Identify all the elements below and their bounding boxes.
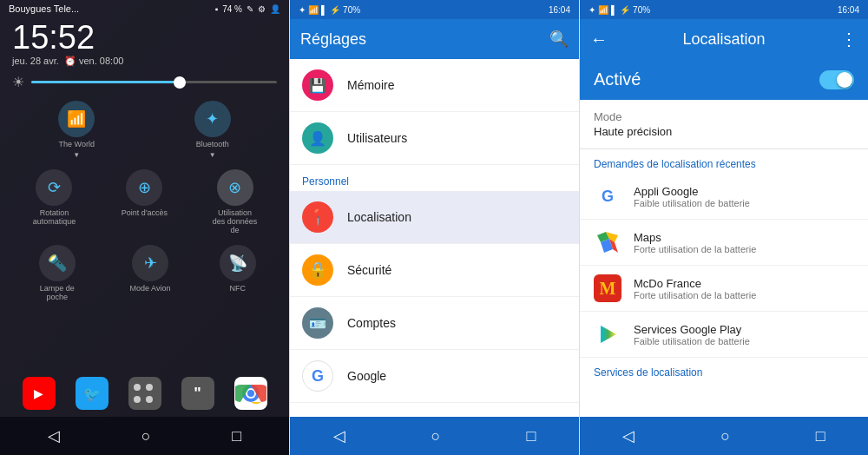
home-button[interactable]: ○ <box>431 427 441 445</box>
location-toolbar: ← Localisation ⋮ <box>580 19 868 59</box>
google-label: Google <box>347 369 386 383</box>
mcdo-app-name: McDo France <box>634 277 756 290</box>
maps-app-sub: Forte utilisation de la batterie <box>634 244 756 254</box>
airplane-toggle[interactable]: ✈ Mode Avion <box>130 245 171 301</box>
settings-item-users[interactable]: 👤 Utilisateurs <box>290 112 579 165</box>
hotspot-toggle[interactable]: ⊕ Point d'accès <box>122 169 168 234</box>
loc-charging-icon: ⚡ <box>620 5 630 15</box>
edit-icon: ✎ <box>247 4 253 14</box>
google-app-info: Appli Google Faible utilisation de batte… <box>634 185 750 208</box>
maps-app-name: Maps <box>634 231 756 244</box>
rotation-toggle[interactable]: ⟳ Rotation automatique <box>30 169 78 234</box>
search-icon[interactable]: 🔍 <box>549 30 569 49</box>
hotspot-icon: ⊕ <box>126 169 162 206</box>
settings-item-accounts[interactable]: 🪪 Comptes <box>290 297 579 350</box>
status-bar: Bouygues Tele... ▪ 74 % ✎ ⚙ 👤 <box>0 0 289 17</box>
youtube-app[interactable]: ▶ <box>23 377 56 410</box>
maps-app-icon <box>594 228 621 256</box>
settings-item-security[interactable]: 🔒 Sécurité <box>290 244 579 297</box>
data-icon: ⊗ <box>217 169 253 206</box>
battery-pct: 70% <box>343 5 360 15</box>
quotes-icon: " <box>194 385 201 403</box>
google-app-name: Appli Google <box>634 185 750 198</box>
charging-icon: ⚡ <box>330 5 340 15</box>
brightness-icon: ☀ <box>12 74 24 90</box>
settings-item-location[interactable]: 📍 Localisation <box>290 191 579 244</box>
carrier-name: Bouygues Tele... <box>9 3 79 14</box>
status-left-icons: ✦ 📶 ▌ ⚡ 70% <box>299 5 360 15</box>
svg-point-2 <box>247 390 254 397</box>
gplay-app-info: Services Google Play Faible utilisation … <box>634 323 750 346</box>
google-app-sub: Faible utilisation de batterie <box>634 198 750 208</box>
active-label: Activé <box>594 69 641 89</box>
mcdo-app-sub: Forte utilisation de la batterie <box>634 290 756 300</box>
location-icon: 📍 <box>302 201 333 233</box>
brightness-row[interactable]: ☀ <box>0 69 289 96</box>
back-button[interactable]: ◁ <box>622 426 635 445</box>
brightness-slider[interactable] <box>31 81 277 83</box>
rotation-icon: ⟳ <box>36 169 72 206</box>
loc-status-time: 16:04 <box>838 5 859 15</box>
app-item-mcdo[interactable]: M McDo France Forte utilisation de la ba… <box>580 266 868 312</box>
gplay-app-name: Services Google Play <box>634 323 750 336</box>
all-apps-button[interactable] <box>128 377 161 410</box>
airplane-icon: ✈ <box>132 245 168 281</box>
home-button[interactable]: ○ <box>720 427 730 445</box>
loc-wifi-icon: 📶 <box>598 5 608 15</box>
chrome-app[interactable] <box>234 377 267 410</box>
flashlight-toggle[interactable]: 🔦 Lampe de poche <box>33 245 81 301</box>
back-button[interactable]: ◁ <box>48 426 60 445</box>
back-button[interactable]: ◁ <box>333 426 345 445</box>
twitter-icon: 🐦 <box>83 386 101 402</box>
notif-header: 15:52 jeu. 28 avr. ⏰ ven. 08:00 <box>0 17 289 69</box>
active-section: Activé <box>580 59 868 100</box>
battery-level: 74 % <box>222 4 242 14</box>
wifi-icon: 📶 <box>58 101 95 137</box>
section-personnel: Personnel <box>290 165 579 191</box>
recents-button[interactable]: □ <box>816 427 825 445</box>
location-toggle[interactable] <box>819 70 854 89</box>
mode-value: Haute précision <box>594 125 854 138</box>
brightness-thumb <box>174 76 186 89</box>
mode-section[interactable]: Mode Haute précision <box>580 100 868 149</box>
battery-icon: ▪ <box>215 4 219 14</box>
memory-icon: 💾 <box>302 69 333 101</box>
mode-title: Mode <box>594 110 854 123</box>
svg-text:G: G <box>602 188 614 205</box>
app-item-gplay[interactable]: Services Google Play Faible utilisation … <box>580 312 868 358</box>
loc-signal-icon: ▌ <box>611 5 617 15</box>
bluetooth-status-icon: ✦ <box>299 5 306 15</box>
twitter-app[interactable]: 🐦 <box>76 377 108 410</box>
quotes-app[interactable]: " <box>181 377 214 410</box>
wifi-toggle[interactable]: 📶 The World ▼ <box>58 101 95 159</box>
bluetooth-icon: ✦ <box>194 101 231 137</box>
wifi-status-icon: 📶 <box>308 5 319 15</box>
recents-button[interactable]: □ <box>527 427 536 445</box>
more-options-icon[interactable]: ⋮ <box>840 29 858 49</box>
home-button[interactable]: ○ <box>141 427 151 445</box>
recents-button[interactable]: □ <box>232 427 241 445</box>
back-button[interactable]: ← <box>590 30 608 49</box>
settings-status-bar: ✦ 📶 ▌ ⚡ 70% 16:04 <box>290 0 579 19</box>
status-icons: ▪ 74 % ✎ ⚙ 👤 <box>215 4 280 14</box>
security-icon: 🔒 <box>302 254 333 286</box>
gplay-app-icon <box>594 320 621 348</box>
accounts-label: Comptes <box>347 316 396 330</box>
nfc-toggle[interactable]: 📡 NFC <box>220 245 256 301</box>
gplay-app-sub: Faible utilisation de batterie <box>634 336 750 346</box>
users-label: Utilisateurs <box>347 131 407 145</box>
user-icon: 👤 <box>270 4 280 14</box>
data-toggle[interactable]: ⊗ Utilisation des données de <box>211 169 259 234</box>
settings-icon[interactable]: ⚙ <box>258 4 266 14</box>
loc-battery-pct: 70% <box>633 5 650 15</box>
settings-title: Réglages <box>300 30 366 49</box>
settings-item-memory[interactable]: 💾 Mémoire <box>290 59 579 112</box>
toggle-knob <box>837 72 852 88</box>
wifi-arrow: ▼ <box>73 151 80 159</box>
app-item-maps[interactable]: Maps Forte utilisation de la batterie <box>580 220 868 266</box>
app-item-google[interactable]: G Appli Google Faible utilisation de bat… <box>580 174 868 220</box>
settings-item-google[interactable]: G Google <box>290 350 579 403</box>
location-services-title: Services de localisation <box>580 358 868 382</box>
bluetooth-toggle[interactable]: ✦ Bluetooth ▼ <box>194 101 231 159</box>
settings-screen: ✦ 📶 ▌ ⚡ 70% 16:04 Réglages 🔍 💾 Mémoire 👤… <box>289 0 579 455</box>
